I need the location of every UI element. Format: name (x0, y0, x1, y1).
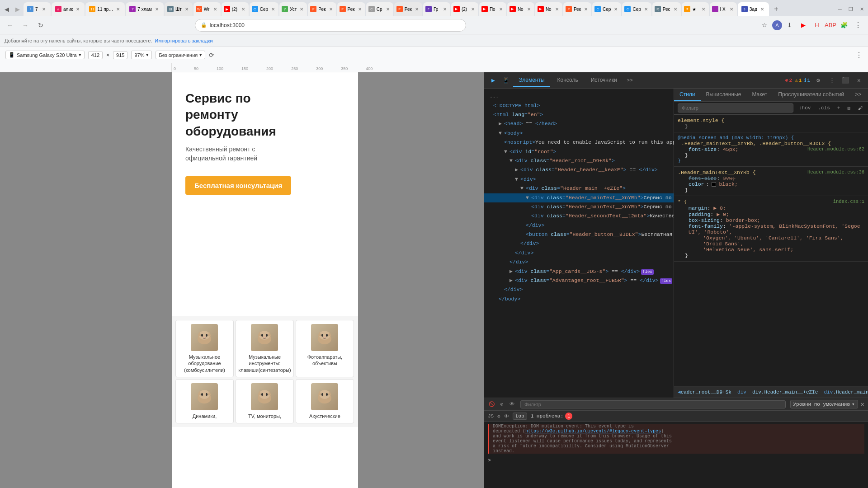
cta-button[interactable]: Бесплатная консультация (185, 176, 291, 195)
tab-active[interactable]: З Зад ✕ (738, 2, 769, 16)
tab-rek2[interactable]: Р Рек ✕ (337, 2, 365, 16)
tree-line[interactable]: ▼<div id="root"> (484, 147, 674, 156)
tab-close-icon[interactable]: ✕ (498, 6, 504, 12)
tab-rek1[interactable]: Р Рек ✕ (308, 2, 336, 16)
minimize-button[interactable]: ─ (835, 5, 844, 14)
tab-close-icon[interactable]: ✕ (328, 6, 334, 12)
tree-line[interactable]: </div> (484, 249, 674, 258)
list-item[interactable]: TV, мониторы, (236, 379, 294, 423)
tree-line[interactable]: <div class="Header_mainText__XnYRb">Серв… (484, 202, 674, 211)
tab-close-icon[interactable]: ✕ (240, 6, 246, 12)
extensions-icon[interactable]: 🧩 (838, 19, 850, 31)
tree-line[interactable]: ▶<head> == </head> (484, 119, 674, 128)
restore-button[interactable]: ❐ (846, 5, 855, 14)
list-item[interactable]: Акустические (296, 379, 354, 423)
add-rule-icon[interactable]: + (835, 104, 842, 112)
tree-line[interactable]: ▼<div class="Header_mainText__XnYRb">Сер… (484, 193, 674, 202)
tree-line[interactable]: ▼<body> (484, 129, 674, 138)
tree-line[interactable]: ▼<div class="Header_main__+eZIe"> (484, 184, 674, 193)
tab-close-icon[interactable]: ✕ (298, 6, 305, 12)
new-tab-button[interactable]: + (770, 3, 783, 15)
tab-close-icon[interactable]: ✕ (672, 6, 679, 12)
tab-group[interactable]: Ш Шт ✕ (165, 2, 193, 16)
console-prompt[interactable] (488, 455, 864, 463)
tab-close-icon[interactable]: ✕ (554, 6, 560, 12)
tab-elements[interactable]: Элементы (513, 74, 550, 87)
tab-close-icon[interactable]: ✕ (526, 6, 532, 12)
menu-button[interactable]: ⋮ (852, 19, 864, 32)
tab-styles-more[interactable]: >> (849, 89, 867, 101)
tab-close-icon[interactable]: ✕ (75, 6, 81, 12)
tree-line[interactable]: ▼<div> (484, 175, 674, 184)
tab-close-icon[interactable]: ✕ (212, 6, 218, 12)
tree-line[interactable]: ... (484, 92, 674, 101)
tab-stili[interactable]: Стили (674, 89, 701, 101)
tree-line[interactable]: <noscript>You need to enable JavaScript … (484, 138, 674, 147)
console-filter-input[interactable] (520, 400, 786, 408)
tab-close-icon[interactable]: ✕ (759, 6, 765, 12)
tree-line[interactable]: ▼<div class="Header_root__D9+Sk"> (484, 156, 674, 165)
tab-close-icon[interactable]: ✕ (115, 6, 121, 12)
tab-2-yt[interactable]: ▶ (2) ✕ (222, 2, 249, 16)
tab-close-icon[interactable]: ✕ (414, 6, 420, 12)
tab-close-icon[interactable]: ✕ (613, 6, 619, 12)
tab-2-b[interactable]: ▶ (2) ✕ (451, 2, 478, 16)
tree-line[interactable]: <div class="Header_secondText__t2mta">Ка… (484, 211, 674, 221)
tab-ser2[interactable]: С Сер ✕ (592, 2, 621, 16)
tab-vychislennye[interactable]: Вычисленные (701, 89, 747, 101)
tab-close-icon[interactable]: ✕ (270, 6, 276, 12)
tree-line[interactable]: </div> (484, 221, 674, 230)
tab-close-icon[interactable]: ✕ (643, 6, 649, 12)
layout-icon[interactable]: ⊞ (845, 104, 852, 112)
tab-close-icon[interactable]: ✕ (728, 6, 735, 12)
devtools-settings-icon[interactable]: ⚙ (813, 75, 824, 86)
tab-proslushivateli[interactable]: Прослушиватели событий (773, 89, 849, 101)
pseudo-hov-btn[interactable]: :hov (797, 104, 812, 112)
console-clear-icon[interactable]: 🚫 (488, 400, 496, 408)
zoom-selector[interactable]: 97% ▾ (131, 51, 152, 59)
tab-rek3[interactable]: Р Рек ✕ (394, 2, 422, 16)
tab-close-icon[interactable]: ✕ (184, 6, 190, 12)
tree-line[interactable]: </div> (484, 239, 674, 248)
devtools-undock-icon[interactable]: ⬛ (840, 75, 851, 86)
tab-sr[interactable]: С Ср ✕ (366, 2, 393, 16)
back-button[interactable]: ← (4, 19, 16, 32)
youtube-icon[interactable]: ▶ (797, 19, 809, 31)
adblock-icon[interactable]: ABP (825, 19, 836, 31)
profile-icon[interactable]: А (772, 20, 782, 30)
more-options-button[interactable]: ⋮ (855, 51, 863, 59)
history-icon[interactable]: H (811, 19, 823, 31)
styles-filter-input[interactable] (678, 103, 793, 113)
tab-ser[interactable]: С Сер ✕ (250, 2, 278, 16)
tab-close-icon[interactable]: ✕ (583, 6, 589, 12)
console-close-button[interactable]: ✕ (861, 400, 864, 408)
tab-1[interactable]: 7 7 ✕ (24, 2, 51, 16)
tree-line[interactable]: </div> (484, 258, 674, 267)
throttle-selector[interactable]: Без ограничения ▾ (156, 51, 205, 59)
tree-line[interactable]: ▶<div class="Advantages_root__FUB5R"> ==… (484, 276, 674, 285)
close-button[interactable]: ✕ (857, 5, 866, 14)
console-error-link[interactable]: https://w3c.github.io/uievents/#legacy-e… (525, 429, 661, 434)
devtools-overflow-icon[interactable]: ⋮ (826, 75, 837, 86)
tab-star[interactable]: ★ ★ ✕ (682, 2, 709, 16)
tab-ser3[interactable]: С Сер ✕ (622, 2, 651, 16)
tree-line[interactable]: <html lang="en"> (484, 110, 674, 119)
devtools-icon-inspect[interactable]: ▶ (488, 75, 499, 86)
tab-close-icon[interactable]: ✕ (41, 6, 47, 12)
tree-line[interactable]: <button class="Header_button__BJDLx">Бес… (484, 230, 674, 239)
paint-icon[interactable]: 🖌 (856, 104, 864, 112)
tab-nav-forward[interactable]: ▶ (13, 4, 23, 14)
device-selector[interactable]: 📱 Samsung Galaxy S20 Ultra ▾ (5, 51, 85, 59)
tab-nav-back[interactable]: ◀ (2, 4, 12, 14)
reload-button[interactable]: ↻ (34, 19, 47, 32)
tab-po[interactable]: ▶ По ✕ (479, 2, 506, 16)
tab-2[interactable]: а алик ✕ (52, 2, 85, 16)
tab-gr[interactable]: Г Гр ✕ (423, 2, 450, 16)
console-level-selector[interactable]: Уровни по умолчанию ▾ (790, 400, 858, 408)
address-bar[interactable]: 🔒 localhost:3000 (195, 19, 466, 32)
tree-line[interactable]: <!DOCTYPE html> (484, 101, 674, 110)
tab-close-icon[interactable]: ✕ (154, 6, 160, 12)
tab-close-icon[interactable]: ✕ (470, 6, 476, 12)
console-eye-icon[interactable]: 👁 (508, 400, 516, 408)
tab-close-icon[interactable]: ✕ (442, 6, 448, 12)
